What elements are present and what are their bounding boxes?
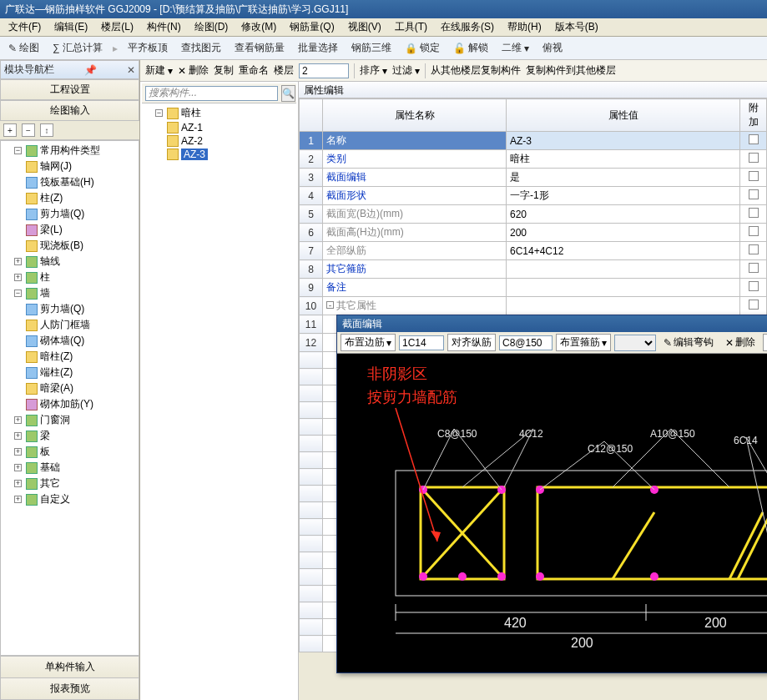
property-row[interactable]: 1名称AZ-3: [300, 132, 767, 150]
delete-button[interactable]: ✕ 删除: [178, 63, 209, 78]
attach-checkbox[interactable]: [749, 134, 759, 144]
accordion-draw-input[interactable]: 绘图输入: [0, 100, 139, 121]
nav-close-icon[interactable]: ✕: [127, 64, 135, 76]
align-bar-input[interactable]: [499, 335, 553, 350]
collapse-all-icon[interactable]: −: [22, 123, 35, 137]
accordion-project[interactable]: 工程设置: [0, 79, 139, 100]
svg-line-7: [738, 512, 767, 579]
attach-checkbox[interactable]: [749, 171, 759, 181]
section-editor-window[interactable]: 截面编辑 布置边筋 ▾ 对齐纵筋 布置箍筋 ▾ ✎ 编辑弯钩 ✕ 删除 标注 ▾…: [336, 315, 767, 673]
menu-version[interactable]: 版本号(B): [550, 18, 603, 36]
section-editor-title[interactable]: 截面编辑: [337, 315, 767, 332]
window-title-bar: 广联达—钢筋抽样软件 GGJ2009 - [D:\预结算及抽筋\广联达抽筋\学习…: [0, 0, 767, 18]
top-view-button[interactable]: 俯视: [539, 40, 566, 56]
two-d-button[interactable]: 二维 ▾: [498, 40, 532, 56]
new-button[interactable]: 新建 ▾: [145, 63, 173, 78]
expand-all-icon[interactable]: +: [3, 123, 17, 137]
svg-point-14: [536, 572, 544, 581]
menu-modify[interactable]: 修改(M): [236, 18, 281, 36]
instance-tree[interactable]: −暗柱 AZ-1 AZ-2 AZ-3: [142, 103, 296, 163]
edge-bar-input[interactable]: [399, 335, 444, 350]
property-header: 属性编辑: [299, 82, 767, 98]
unlock-button[interactable]: 🔓解锁: [450, 40, 492, 56]
svg-point-12: [458, 572, 467, 581]
accordion-single-input[interactable]: 单构件输入: [0, 656, 139, 678]
view-rebar-button[interactable]: 查看钢筋量: [231, 40, 288, 56]
annotation-button[interactable]: 标注 ▾: [763, 334, 767, 351]
svg-text:4C12: 4C12: [519, 428, 543, 440]
menu-file[interactable]: 文件(F): [3, 18, 46, 36]
menu-rebar[interactable]: 钢筋量(Q): [285, 18, 339, 36]
section-canvas[interactable]: 非阴影区 按剪力墙配筋: [337, 354, 767, 672]
attach-checkbox[interactable]: [749, 300, 759, 310]
search-button[interactable]: 🔍: [281, 85, 295, 102]
menu-edit[interactable]: 编辑(E): [49, 18, 93, 36]
nav-pin-icon[interactable]: 📌: [84, 64, 97, 76]
attach-checkbox[interactable]: [749, 244, 759, 254]
instance-tree-box: 🔍 −暗柱 AZ-1 AZ-2 AZ-3: [140, 82, 299, 700]
lock-button[interactable]: 🔒锁定: [401, 40, 443, 56]
batch-select-button[interactable]: 批量选择: [295, 40, 341, 56]
bottom-accordions: 单构件输入 报表预览: [0, 656, 139, 700]
filter-button[interactable]: 过滤 ▾: [392, 63, 420, 78]
stirrup-button[interactable]: 布置箍筋 ▾: [556, 334, 611, 351]
property-row[interactable]: 5截面宽(B边)(mm)620: [300, 205, 767, 224]
property-row[interactable]: 3截面编辑是: [300, 169, 767, 187]
copy-button[interactable]: 复制: [214, 63, 234, 78]
attach-checkbox[interactable]: [749, 189, 759, 199]
copy-from-floor-button[interactable]: 从其他楼层复制构件: [431, 63, 521, 78]
nav-title: 模块导航栏: [4, 63, 54, 77]
menu-help[interactable]: 帮助(H): [502, 18, 547, 36]
floor-input[interactable]: [299, 63, 349, 78]
floor-label: 楼层: [274, 63, 294, 78]
property-row[interactable]: 9备注: [300, 279, 767, 297]
component-type-tree[interactable]: −常用构件类型 轴网(J) 筏板基础(H) 柱(Z) 剪力墙(Q) 梁(L) 现…: [0, 140, 139, 656]
attach-checkbox[interactable]: [749, 226, 759, 236]
section-editor-toolbar: 布置边筋 ▾ 对齐纵筋 布置箍筋 ▾ ✎ 编辑弯钩 ✕ 删除 标注 ▾: [337, 332, 767, 354]
sum-button[interactable]: ∑ 汇总计算: [49, 40, 106, 56]
menu-online[interactable]: 在线服务(S): [436, 18, 499, 36]
refresh-icon[interactable]: ↕: [40, 123, 53, 137]
menu-view[interactable]: 视图(V): [343, 18, 386, 36]
menu-tools[interactable]: 工具(T): [390, 18, 432, 36]
svg-rect-2: [537, 487, 767, 579]
svg-rect-0: [396, 471, 767, 596]
property-row[interactable]: 6截面高(H边)(mm)200: [300, 224, 767, 242]
property-row[interactable]: 8其它箍筋: [300, 260, 767, 279]
attach-checkbox[interactable]: [749, 153, 759, 163]
stirrup-select[interactable]: [614, 335, 656, 351]
section-delete-button[interactable]: ✕ 删除: [721, 334, 759, 351]
align-bar-button[interactable]: 对齐纵筋: [447, 334, 496, 351]
rebar-3d-button[interactable]: 钢筋三维: [348, 40, 395, 56]
menu-draw[interactable]: 绘图(D): [189, 18, 234, 36]
property-row[interactable]: 10-其它属性: [300, 297, 767, 315]
flat-button[interactable]: 平齐板顶: [124, 40, 171, 56]
edge-bar-button[interactable]: 布置边筋 ▾: [341, 334, 396, 351]
draw-button[interactable]: ✎ 绘图: [5, 40, 43, 56]
svg-point-10: [419, 572, 427, 581]
component-toolbar: 新建 ▾ ✕ 删除 复制 重命名 楼层 排序 ▾ 过滤 ▾ 从其他楼层复制构件 …: [140, 60, 767, 82]
property-row[interactable]: 2类别暗柱: [300, 150, 767, 169]
accordion-report[interactable]: 报表预览: [0, 677, 139, 700]
property-row[interactable]: 7全部纵筋6C14+4C12: [300, 242, 767, 260]
menu-component[interactable]: 构件(N): [142, 18, 186, 36]
svg-text:A10@150: A10@150: [650, 428, 695, 440]
menu-floor[interactable]: 楼层(L): [96, 18, 139, 36]
svg-marker-30: [431, 531, 441, 541]
attach-checkbox[interactable]: [749, 208, 759, 218]
rename-button[interactable]: 重命名: [239, 63, 269, 78]
property-row[interactable]: 4截面形状一字-1形: [300, 187, 767, 205]
left-panel: 模块导航栏 📌 ✕ 工程设置 绘图输入 + − ↕ −常用构件类型 轴网(J) …: [0, 60, 140, 700]
svg-text:200: 200: [704, 616, 727, 630]
attach-checkbox[interactable]: [749, 281, 759, 291]
copy-to-floor-button[interactable]: 复制构件到其他楼层: [526, 63, 616, 78]
edit-hook-button[interactable]: ✎ 编辑弯钩: [659, 334, 718, 351]
mini-toolbar: + − ↕: [0, 121, 139, 140]
right-panel: 新建 ▾ ✕ 删除 复制 重命名 楼层 排序 ▾ 过滤 ▾ 从其他楼层复制构件 …: [140, 60, 767, 700]
svg-text:C12@150: C12@150: [588, 443, 633, 455]
attach-checkbox[interactable]: [749, 263, 759, 273]
find-elem-button[interactable]: 查找图元: [178, 40, 225, 56]
svg-text:420: 420: [504, 616, 527, 630]
search-input[interactable]: [145, 86, 278, 101]
sort-button[interactable]: 排序 ▾: [360, 63, 387, 78]
